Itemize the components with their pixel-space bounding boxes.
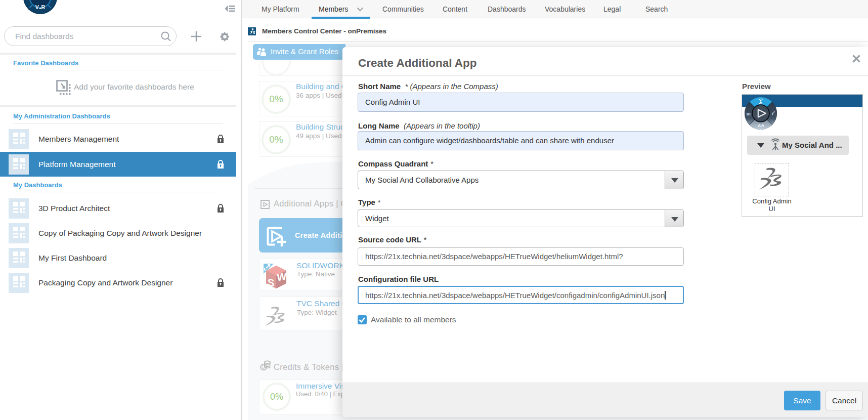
svg-text:V+R: V+R: [758, 124, 764, 128]
svg-text:3D: 3D: [747, 112, 751, 116]
